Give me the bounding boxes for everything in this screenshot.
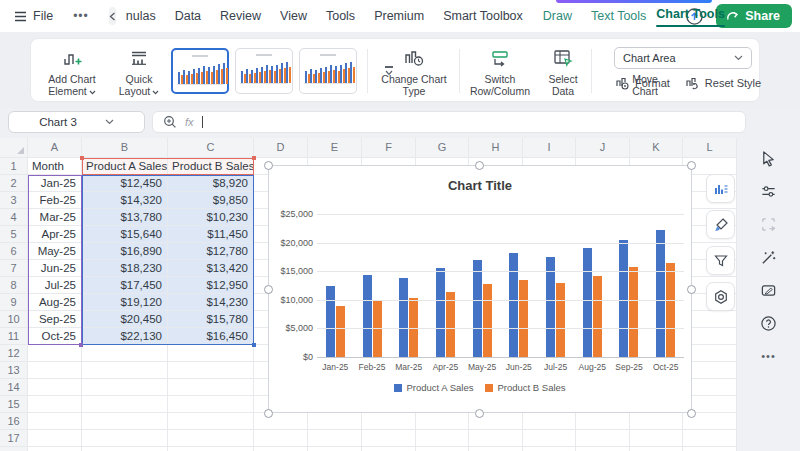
cell-D18[interactable] [254,447,308,451]
column-header-L[interactable]: L [683,138,737,158]
cell-C9[interactable]: $14,230 [168,294,254,311]
legend-item-product-a-sales[interactable]: Product A Sales [394,382,473,393]
cell-A2[interactable]: Jan-25 [28,175,82,192]
row-header-1[interactable]: 1 [0,158,28,175]
name-box[interactable]: Chart 3 [8,111,145,133]
bar-series1-Sep-25[interactable] [619,240,628,357]
bar-group-Jan-25[interactable] [317,214,354,357]
cell-J18[interactable] [576,447,630,451]
cell-B9[interactable]: $19,120 [82,294,168,311]
tab-chart-tools[interactable]: Chart Tools [656,7,725,25]
column-header-C[interactable]: C [168,138,254,158]
chart-style-button[interactable] [706,210,735,239]
row-header-8[interactable]: 8 [0,277,28,294]
reset-style-button[interactable]: Reset Style [684,75,761,91]
cell-L18[interactable] [683,447,737,451]
cell-A9[interactable]: Aug-25 [28,294,82,311]
cell-I16[interactable] [523,413,576,430]
row-header-18[interactable]: 18 [0,447,28,451]
add-chart-element-button[interactable]: Add Chart Element [39,43,105,99]
row-header-4[interactable]: 4 [0,209,28,226]
row-header-11[interactable]: 11 [0,328,28,345]
screenshot-tool-button[interactable] [759,214,779,234]
cell-B13[interactable] [82,362,168,379]
bar-series1-Jul-25[interactable] [546,257,555,357]
bar-series1-Jan-25[interactable] [326,286,335,357]
select-data-button[interactable]: Select Data [539,43,587,99]
chart-resize-handle-top-middle[interactable] [475,161,484,170]
cell-C16[interactable] [168,413,254,430]
cell-C17[interactable] [168,430,254,447]
cell-B8[interactable]: $17,450 [82,277,168,294]
chart-style-thumbnail-2[interactable] [235,48,293,94]
bar-series2-Sep-25[interactable] [629,267,638,357]
tab-text-tools[interactable]: Text Tools [591,9,646,23]
cell-B3[interactable]: $14,320 [82,192,168,209]
tab-tools[interactable]: Tools [326,9,355,23]
cell-B12[interactable] [82,345,168,362]
cell-G17[interactable] [416,430,469,447]
cell-A3[interactable]: Feb-25 [28,192,82,209]
cell-H17[interactable] [469,430,523,447]
cell-B15[interactable] [82,396,168,413]
cell-C10[interactable]: $15,780 [168,311,254,328]
cell-A6[interactable]: May-25 [28,243,82,260]
cell-C8[interactable]: $12,950 [168,277,254,294]
tab-nulas[interactable]: nulas [126,9,156,23]
format-button[interactable]: Format [614,75,670,91]
tab-premium[interactable]: Premium [374,9,424,23]
bar-group-May-25[interactable] [464,214,501,357]
chart-resize-handle-bottom-middle[interactable] [475,409,484,418]
cell-C13[interactable] [168,362,254,379]
bar-group-Sep-25[interactable] [611,214,648,357]
bar-series1-May-25[interactable] [473,260,482,357]
share-button[interactable]: Share [716,4,792,28]
cell-A14[interactable] [28,379,82,396]
cell-A17[interactable] [28,430,82,447]
cell-C5[interactable]: $11,450 [168,226,254,243]
column-header-D[interactable]: D [254,138,308,158]
cell-A8[interactable]: Jul-25 [28,277,82,294]
cell-C6[interactable]: $12,780 [168,243,254,260]
bar-group-Jun-25[interactable] [501,214,538,357]
column-header-H[interactable]: H [469,138,523,158]
smart-tools-button[interactable] [759,247,779,267]
cell-C11[interactable]: $16,450 [168,328,254,345]
cell-C7[interactable]: $13,420 [168,260,254,277]
row-header-10[interactable]: 10 [0,311,28,328]
cell-A4[interactable]: Mar-25 [28,209,82,226]
select-all-cell[interactable] [0,138,28,158]
column-header-I[interactable]: I [523,138,576,158]
bar-series2-Jan-25[interactable] [336,306,345,357]
cell-K16[interactable] [630,413,683,430]
column-header-G[interactable]: G [416,138,469,158]
cell-F17[interactable] [362,430,416,447]
row-header-9[interactable]: 9 [0,294,28,311]
chart-settings-button[interactable] [706,282,735,311]
tab-smart-toolbox[interactable]: Smart Toolbox [443,9,523,23]
tab-draw[interactable]: Draw [543,9,572,23]
chart-title[interactable]: Chart Title [269,178,691,193]
chart-resize-handle-top-right[interactable] [687,161,696,170]
quick-layout-button[interactable]: Quick Layout [113,43,165,99]
sidebar-more-button[interactable]: ••• [759,346,779,366]
bar-group-Jul-25[interactable] [537,214,574,357]
bar-series1-Oct-25[interactable] [656,230,665,357]
chart-resize-handle-middle-left[interactable] [264,285,273,294]
cell-F16[interactable] [362,413,416,430]
bar-series2-Jul-25[interactable] [556,283,565,357]
cell-E17[interactable] [308,430,362,447]
select-tool-button[interactable] [759,148,779,168]
cell-B5[interactable]: $15,640 [82,226,168,243]
tab-review[interactable]: Review [220,9,261,23]
row-header-12[interactable]: 12 [0,345,28,362]
cell-B17[interactable] [82,430,168,447]
column-header-J[interactable]: J [576,138,630,158]
cell-E18[interactable] [308,447,362,451]
cell-A11[interactable]: Oct-25 [28,328,82,345]
cell-A10[interactable]: Sep-25 [28,311,82,328]
cell-C4[interactable]: $10,230 [168,209,254,226]
help-button[interactable] [759,313,779,333]
cell-A12[interactable] [28,345,82,362]
cell-B4[interactable]: $13,780 [82,209,168,226]
